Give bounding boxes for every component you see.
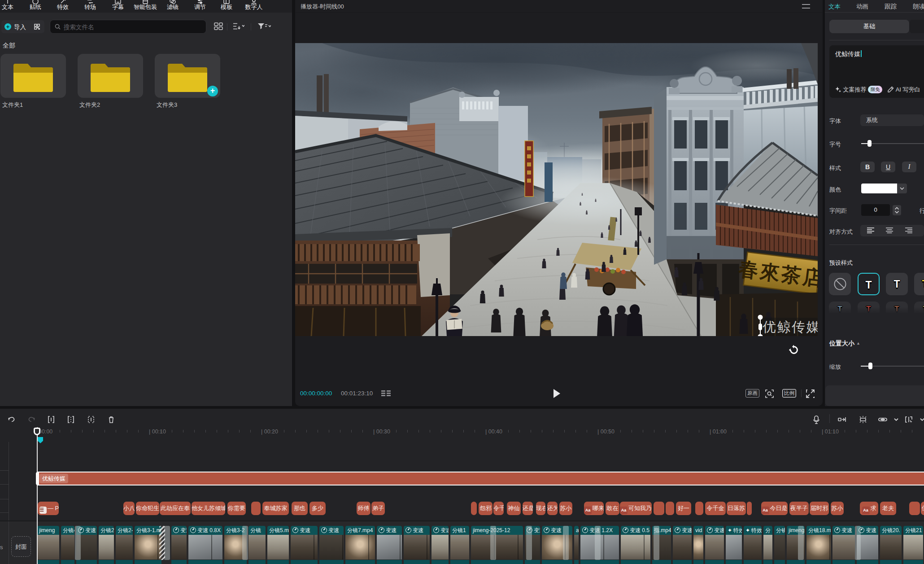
svg-text:优鲸传媒: 优鲸传媒 — [762, 319, 818, 334]
